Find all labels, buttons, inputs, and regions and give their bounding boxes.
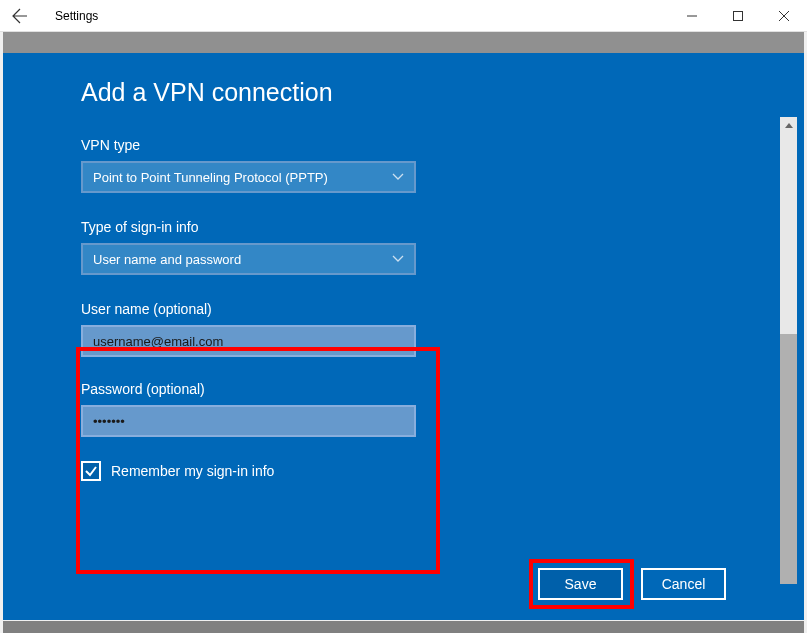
- form-area: VPN type Point to Point Tunneling Protoc…: [81, 137, 726, 481]
- vpn-type-label: VPN type: [81, 137, 726, 153]
- scroll-up-button[interactable]: [780, 117, 797, 134]
- check-icon: [84, 464, 98, 478]
- svg-rect-1: [734, 12, 743, 21]
- dialog-buttons: Save Cancel: [538, 568, 726, 600]
- maximize-icon: [733, 11, 743, 21]
- scroll-track[interactable]: [780, 134, 797, 567]
- vpn-type-select[interactable]: Point to Point Tunneling Protocol (PPTP): [81, 161, 416, 193]
- password-label: Password (optional): [81, 381, 726, 397]
- cancel-button[interactable]: Cancel: [641, 568, 726, 600]
- remember-row: Remember my sign-in info: [81, 461, 726, 481]
- chevron-down-icon: [392, 254, 404, 265]
- remember-label: Remember my sign-in info: [111, 463, 274, 479]
- dialog-heading: Add a VPN connection: [81, 78, 726, 107]
- scrollbar[interactable]: [780, 117, 797, 584]
- remember-checkbox[interactable]: [81, 461, 101, 481]
- username-value: username@email.com: [93, 334, 223, 349]
- vpn-dialog: Add a VPN connection VPN type Point to P…: [3, 53, 804, 620]
- window-title: Settings: [55, 9, 98, 23]
- chevron-up-icon: [785, 123, 793, 128]
- scroll-thumb[interactable]: [780, 334, 797, 584]
- titlebar: Settings: [0, 0, 807, 32]
- back-arrow-icon: [12, 8, 28, 24]
- background-dimmed-bottom: [3, 621, 804, 633]
- save-button[interactable]: Save: [538, 568, 623, 600]
- vpn-type-value: Point to Point Tunneling Protocol (PPTP): [93, 170, 328, 185]
- window-controls: [669, 0, 807, 32]
- signin-type-value: User name and password: [93, 252, 241, 267]
- close-icon: [779, 11, 789, 21]
- username-input[interactable]: username@email.com: [81, 325, 416, 357]
- password-value: •••••••: [93, 414, 125, 429]
- minimize-icon: [687, 11, 697, 21]
- close-button[interactable]: [761, 0, 807, 32]
- maximize-button[interactable]: [715, 0, 761, 32]
- password-input[interactable]: •••••••: [81, 405, 416, 437]
- signin-type-label: Type of sign-in info: [81, 219, 726, 235]
- minimize-button[interactable]: [669, 0, 715, 32]
- signin-type-select[interactable]: User name and password: [81, 243, 416, 275]
- back-button[interactable]: [0, 0, 40, 32]
- username-label: User name (optional): [81, 301, 726, 317]
- chevron-down-icon: [392, 172, 404, 183]
